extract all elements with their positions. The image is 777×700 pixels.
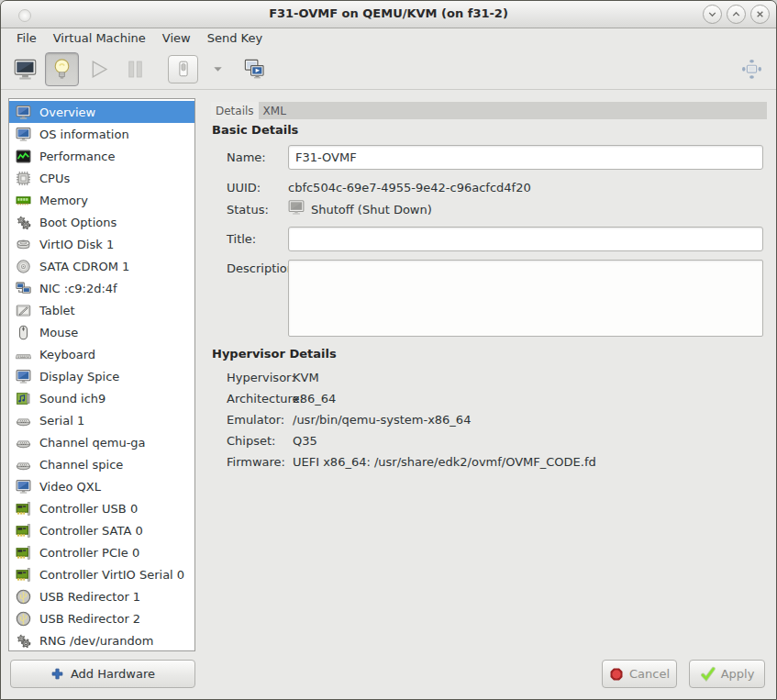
hardware-list-item[interactable]: Video QXL — [9, 475, 194, 497]
disk-icon — [16, 237, 31, 252]
tab-xml[interactable]: XML — [259, 102, 291, 119]
hardware-list-item[interactable]: Controller SATA 0 — [9, 519, 194, 541]
run-button[interactable] — [82, 52, 116, 86]
uuid-label: UUID: — [227, 181, 261, 194]
minimize-button[interactable] — [703, 5, 722, 24]
minimize-icon — [706, 8, 718, 20]
play-icon — [86, 57, 111, 82]
hypervisor-row-value: Q35 — [293, 434, 317, 448]
gears-icon — [16, 215, 31, 230]
hardware-list-item[interactable]: VirtIO Disk 1 — [9, 233, 194, 255]
hardware-item-label: Tablet — [39, 304, 75, 317]
pause-icon — [123, 57, 148, 82]
title-input[interactable] — [288, 227, 763, 251]
hypervisor-row: Chipset: Q35 — [227, 430, 596, 451]
hardware-list-item[interactable]: Display Spice — [9, 365, 194, 387]
hypervisor-row-label: Firmware: — [227, 455, 293, 469]
hypervisor-row-value: /usr/bin/qemu-system-x86_64 — [293, 413, 471, 427]
serial-icon — [16, 413, 31, 428]
basic-details-heading: Basic Details — [212, 123, 298, 137]
apply-label: Apply — [721, 667, 755, 681]
window-title: F31-OVMF on QEMU/KVM (on f31-2) — [1, 6, 776, 20]
apply-button[interactable]: Apply — [689, 660, 765, 688]
hardware-list-item[interactable]: Mouse — [9, 321, 194, 343]
hypervisor-row-label: Emulator: — [227, 413, 293, 427]
pause-button[interactable] — [118, 52, 152, 86]
hardware-item-label: Channel spice — [39, 458, 123, 472]
show-details-button[interactable] — [45, 52, 79, 86]
hardware-list-item[interactable]: Tablet — [9, 299, 194, 321]
status-label: Status: — [227, 203, 269, 217]
hardware-list-item[interactable]: Sound ich9 — [9, 387, 194, 409]
fullscreen-button[interactable] — [735, 52, 769, 86]
display-icon — [16, 479, 31, 494]
hardware-list-item[interactable]: Performance — [9, 145, 194, 167]
show-console-button[interactable] — [8, 52, 42, 86]
hardware-item-label: Performance — [39, 150, 115, 163]
hardware-list-item[interactable]: Keyboard — [9, 343, 194, 365]
maximize-button[interactable] — [727, 5, 746, 24]
mouse-icon — [16, 325, 31, 340]
description-input[interactable] — [288, 260, 763, 337]
snapshots-button[interactable] — [238, 52, 272, 86]
monitor-off-icon — [288, 199, 305, 216]
hardware-list-item[interactable]: Controller USB 0 — [9, 497, 194, 519]
hardware-list-item[interactable]: OS information — [9, 123, 194, 145]
hardware-item-label: Keyboard — [39, 348, 95, 361]
menu-send-key[interactable]: Send Key — [199, 29, 271, 48]
tab-details[interactable]: Details — [211, 102, 259, 119]
hardware-item-label: Serial 1 — [39, 414, 84, 428]
menu-view[interactable]: View — [154, 29, 199, 48]
hypervisor-row: Architecture: x86_64 — [227, 388, 596, 409]
maximize-icon — [730, 8, 742, 20]
sound-icon — [16, 391, 31, 406]
name-input[interactable] — [288, 145, 763, 170]
hardware-list-item[interactable]: USB Redirector 1 — [9, 585, 194, 607]
hardware-item-label: Boot Options — [39, 216, 117, 229]
lightbulb-icon — [50, 57, 74, 82]
hardware-list-item[interactable]: RNG /dev/urandom — [9, 629, 194, 651]
tab-label: XML — [263, 105, 286, 117]
performance-icon — [16, 149, 31, 164]
titlebar[interactable]: F31-OVMF on QEMU/KVM (on f31-2) — [1, 1, 776, 28]
hypervisor-row-value: UEFI x86_64: /usr/share/edk2/ovmf/OVMF_C… — [293, 455, 596, 469]
hardware-list-item[interactable]: Controller PCIe 0 — [9, 541, 194, 563]
hardware-list-item[interactable]: USB Redirector 2 — [9, 607, 194, 629]
hardware-item-label: Overview — [39, 106, 95, 119]
usb-icon — [16, 611, 31, 627]
menu-item-label: Virtual Machine — [53, 31, 146, 45]
tab-label: Details — [216, 105, 254, 117]
hardware-list-item[interactable]: CPUs — [9, 167, 194, 189]
close-button[interactable] — [750, 5, 770, 24]
hardware-list-item[interactable]: Boot Options — [9, 211, 194, 233]
hardware-list-item[interactable]: Memory — [9, 189, 194, 211]
hardware-item-label: Controller PCIe 0 — [39, 546, 139, 560]
add-hardware-button[interactable]: Add Hardware — [10, 660, 195, 688]
shutdown-menu-button[interactable] — [201, 52, 235, 86]
power-switch-icon — [173, 59, 194, 79]
hypervisor-rows: Hypervisor: KVM Architecture: x86_64 Emu… — [227, 367, 596, 472]
name-label: Name: — [227, 150, 266, 164]
hardware-list-item[interactable]: SATA CDROM 1 — [9, 255, 194, 277]
hypervisor-row-value: x86_64 — [293, 392, 336, 406]
hypervisor-row-value: KVM — [293, 371, 319, 384]
cancel-button[interactable]: Cancel — [602, 660, 677, 688]
hypervisor-row-label: Hypervisor: — [227, 371, 293, 384]
hardware-list-item[interactable]: Controller VirtIO Serial 0 — [9, 563, 194, 585]
menu-file[interactable]: File — [8, 29, 45, 48]
hardware-list-item[interactable]: Channel spice — [9, 453, 194, 475]
toolbar — [1, 49, 776, 90]
window-controls — [703, 5, 770, 24]
hardware-list-item[interactable]: Overview — [9, 101, 194, 123]
close-icon — [754, 8, 766, 20]
memory-icon — [16, 193, 31, 208]
hardware-list-item[interactable]: Channel qemu-ga — [9, 431, 194, 453]
hardware-list-item[interactable]: NIC :c9:2d:4f — [9, 277, 194, 299]
menu-virtual-machine[interactable]: Virtual Machine — [45, 29, 154, 48]
status-value: Shutoff (Shut Down) — [311, 203, 432, 217]
fullscreen-icon — [739, 57, 764, 82]
uuid-value: cbfc504c-69e7-4955-9e42-c96acfcd4f20 — [288, 181, 531, 194]
hardware-list-item[interactable]: Serial 1 — [9, 409, 194, 431]
hardware-item-label: NIC :c9:2d:4f — [39, 282, 117, 295]
shutdown-button[interactable] — [168, 55, 198, 83]
